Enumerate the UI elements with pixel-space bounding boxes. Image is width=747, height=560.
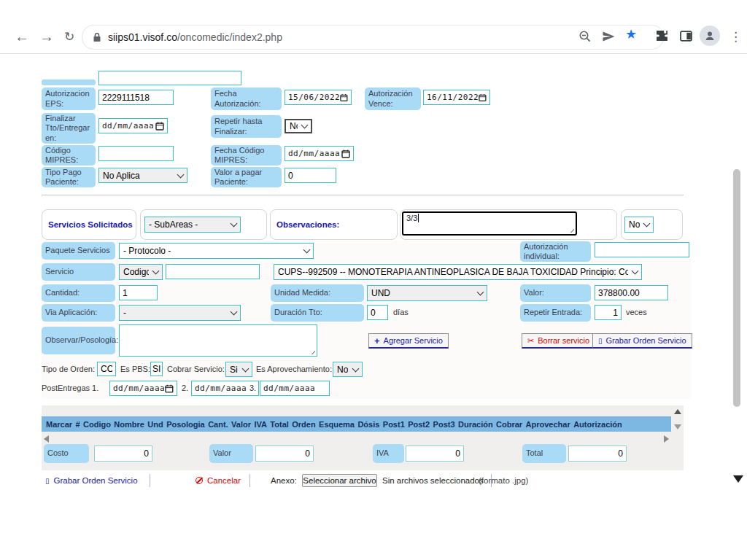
forward-icon[interactable]: → [39, 26, 54, 47]
postentrega1-input[interactable]: dd/mm/aaaa [109, 381, 177, 396]
finalizar-tto-input[interactable]: dd/mm/aaaa [98, 118, 168, 133]
tipo-orden-input[interactable] [97, 362, 116, 376]
col-esquema: Esquema [319, 420, 355, 429]
vertical-scrollbar-thumb[interactable] [733, 169, 740, 407]
address-bar[interactable]: siips01.visof.co/oncomedic/index2.php [82, 25, 664, 50]
chevron-down-icon [352, 365, 360, 372]
footer-cancelar-button[interactable]: Cancelar [196, 474, 250, 487]
total-input[interactable] [568, 446, 627, 462]
table-scroll-up-arrow[interactable] [674, 409, 681, 414]
servicio-select[interactable]: CUPS--992509 -- MONOTERAPIA ANTINEOPLASI… [274, 264, 642, 280]
resize-grip[interactable] [309, 348, 315, 354]
menu-dots-icon[interactable]: ⋮ [729, 27, 742, 47]
anexo-label: Anexo: [271, 476, 297, 485]
divider [42, 195, 684, 195]
servicio-codigo-input[interactable] [166, 264, 260, 279]
table-scroll-left-arrow[interactable] [44, 435, 49, 443]
footer-grabar-button[interactable]: ▯ Grabar Orden Servicio [45, 474, 150, 487]
protocolo-select[interactable]: - Protocolo - [119, 243, 314, 259]
send-icon[interactable] [602, 31, 616, 45]
back-icon[interactable]: ← [15, 26, 29, 47]
scroll-down-arrow[interactable] [733, 475, 743, 483]
chevron-down-icon [231, 220, 238, 228]
extensions-puzzle-icon[interactable] [656, 30, 668, 45]
costo-input[interactable] [94, 446, 152, 462]
tipo-pago-select[interactable]: No Aplica [98, 168, 187, 183]
subareas-select[interactable]: - SubAreas - [144, 217, 241, 233]
repetir-hasta-label: Repetir hasta Finalizar: [211, 115, 282, 138]
valor-total-input[interactable] [255, 446, 314, 462]
col-cobrar: Cobrar [496, 420, 522, 429]
autorizacion-individual-input[interactable] [595, 242, 689, 257]
scissors-icon: ✂ [527, 336, 534, 346]
resize-grip[interactable] [568, 226, 574, 233]
side-panel-icon[interactable] [680, 30, 692, 45]
table-scroll-down-arrow[interactable] [674, 424, 681, 429]
duracion-tto-label: Duración Tto: [271, 304, 364, 322]
flag-select[interactable]: No [624, 217, 654, 233]
tipo-pago-label: Tipo Pago Paciente: [42, 167, 96, 187]
fecha-mipres-label: Fecha Código MIPRES: [211, 145, 282, 166]
autorizacion-individual-label: Autorización individual: [520, 241, 591, 262]
es-aprovechamiento-select[interactable]: No [333, 362, 363, 377]
bookmark-star-icon[interactable]: ★ [625, 26, 637, 42]
cobrar-servicio-label: Cobrar Servicio: [167, 365, 225, 373]
unidad-medida-label: Unidad Medida: [271, 284, 364, 302]
es-pbs-input[interactable] [150, 362, 163, 376]
es-pbs-label: Es PBS: [120, 365, 150, 373]
fecha-mipres-input[interactable]: dd/mm/aaaa [285, 146, 354, 161]
col-dosis: Dósis [357, 420, 379, 429]
save-icon: ▯ [598, 337, 603, 345]
duracion-tto-input[interactable] [367, 305, 388, 320]
calendar-icon[interactable] [165, 384, 174, 393]
costo-label: Costo [44, 444, 89, 463]
postentrega3-input[interactable]: dd/mm/aaaa [260, 381, 330, 396]
via-aplicacion-label: Via Aplicación: [42, 304, 115, 322]
agregar-servicio-button[interactable]: + Agregar Servicio [368, 333, 449, 349]
chevron-down-icon [242, 365, 249, 372]
seleccionar-archivo-button[interactable]: Seleccionar archivo [302, 474, 377, 487]
lock-icon [93, 32, 101, 43]
valor-input[interactable] [595, 285, 668, 300]
observar-posologia-textarea[interactable] [119, 324, 317, 357]
autorizacion-vence-input[interactable]: 16/11/2022 [423, 90, 490, 105]
save-icon: ▯ [45, 477, 50, 485]
profile-avatar[interactable] [700, 26, 720, 46]
calendar-icon[interactable] [479, 93, 487, 102]
chevron-down-icon [632, 268, 639, 275]
table-scroll-right-arrow[interactable] [664, 435, 669, 443]
observaciones-label: Observaciones: [276, 220, 339, 229]
repetir-hasta-select[interactable]: No [285, 119, 312, 133]
cantidad-input[interactable] [119, 285, 158, 300]
col-aprovechar: Aprovechar [526, 420, 570, 429]
borrar-servicio-button[interactable]: ✂ Borrar servicio [522, 333, 595, 349]
finalizar-tto-label: Finalizar Tto/Entregar en: [42, 113, 96, 144]
unidad-medida-select[interactable]: UND [367, 285, 487, 301]
chevron-down-icon [301, 122, 309, 129]
repetir-entrada-input[interactable] [595, 305, 622, 320]
col-post2: Post2 [408, 420, 430, 429]
calendar-icon[interactable] [155, 122, 164, 131]
servicio-label: Servicio [42, 263, 115, 281]
codigo-mipres-input[interactable] [98, 146, 174, 161]
observaciones-textarea[interactable]: 3/3 [402, 211, 577, 236]
valor-pagar-input[interactable] [285, 168, 336, 183]
codigo-select[interactable]: Codigo [119, 264, 163, 280]
calendar-icon[interactable] [341, 149, 350, 158]
iva-input[interactable] [406, 446, 464, 462]
partial-input[interactable] [98, 71, 241, 85]
reload-icon[interactable]: ↻ [64, 27, 74, 47]
zoom-out-icon[interactable] [578, 30, 592, 46]
cobrar-servicio-select[interactable]: Si [225, 362, 252, 377]
duracion-suffix: días [393, 308, 409, 316]
valor-total-label: Valor [209, 444, 253, 463]
grabar-orden-servicio-button[interactable]: ▯ Grabar Orden Servicio [592, 333, 692, 349]
calendar-icon[interactable] [340, 93, 348, 102]
fecha-autorizacion-input[interactable]: 15/06/2022 [285, 90, 352, 105]
formato-hint: (formato .jpg) [479, 476, 528, 485]
col-cant: Cant. [208, 420, 228, 429]
via-aplicacion-select[interactable]: - [119, 305, 241, 321]
autorizacion-eps-input[interactable] [98, 90, 174, 105]
observar-posologia-label: Observar/Posología: [42, 327, 115, 354]
servicios-solicitados-title: Servicios Solicitados [48, 220, 133, 229]
